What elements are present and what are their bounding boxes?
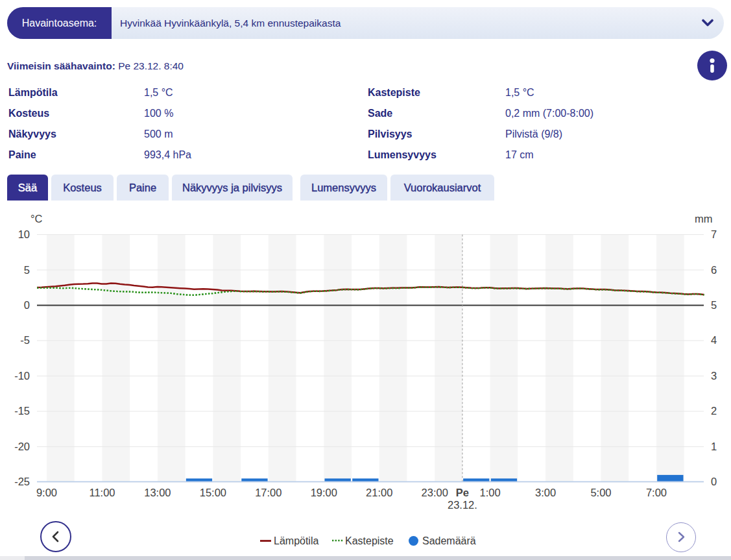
svg-text:23:00: 23:00 xyxy=(422,487,448,498)
svg-text:Pe: Pe xyxy=(456,487,469,498)
svg-text:5: 5 xyxy=(24,264,30,276)
svg-text:°C: °C xyxy=(30,213,43,225)
svg-text:17:00: 17:00 xyxy=(255,487,282,498)
svg-text:13:00: 13:00 xyxy=(144,487,171,498)
svg-text:0: 0 xyxy=(711,476,717,487)
svg-text:11:00: 11:00 xyxy=(89,487,115,498)
svg-text:3:00: 3:00 xyxy=(535,487,556,498)
svg-text:6: 6 xyxy=(711,264,717,276)
svg-text:-10: -10 xyxy=(14,370,30,382)
svg-text:9:00: 9:00 xyxy=(36,487,57,498)
svg-text:-15: -15 xyxy=(14,405,30,417)
svg-text:19:00: 19:00 xyxy=(311,487,337,498)
svg-text:7:00: 7:00 xyxy=(646,487,667,498)
svg-text:5:00: 5:00 xyxy=(590,487,611,498)
svg-text:-25: -25 xyxy=(14,476,30,487)
svg-text:1: 1 xyxy=(711,441,717,452)
svg-text:4: 4 xyxy=(711,334,717,346)
svg-text:mm: mm xyxy=(695,213,713,225)
svg-text:-5: -5 xyxy=(20,334,30,346)
svg-text:1:00: 1:00 xyxy=(480,487,501,498)
svg-text:15:00: 15:00 xyxy=(200,487,226,498)
svg-text:10: 10 xyxy=(18,228,30,240)
svg-text:21:00: 21:00 xyxy=(366,487,392,498)
svg-text:0: 0 xyxy=(24,299,30,311)
svg-text:3: 3 xyxy=(711,370,717,382)
svg-text:7: 7 xyxy=(711,228,717,240)
svg-text:2: 2 xyxy=(711,405,717,417)
svg-text:5: 5 xyxy=(711,299,717,311)
svg-text:23.12.: 23.12. xyxy=(448,499,477,511)
svg-text:-20: -20 xyxy=(14,441,30,452)
